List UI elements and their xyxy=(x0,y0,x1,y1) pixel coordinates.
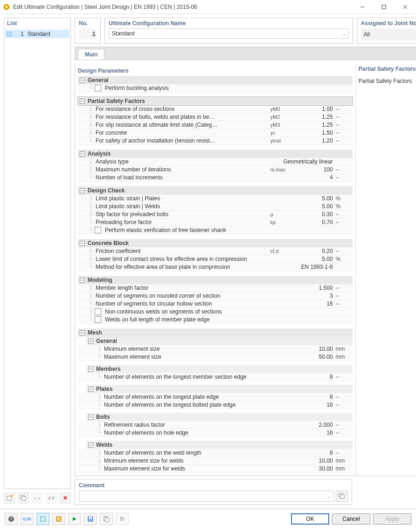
param-row[interactable]: ├Limit plastic strain | Plates5.00% xyxy=(78,195,353,203)
subgroup-welds[interactable]: −Welds xyxy=(86,441,353,449)
param-row[interactable]: └Number of elements on the longest membe… xyxy=(78,373,353,381)
subgroup-plates[interactable]: −Plates xyxy=(86,385,353,393)
group-modeling[interactable]: −Modeling xyxy=(78,276,353,284)
subgroup-bolts[interactable]: −Bolts xyxy=(86,413,353,421)
params-panel: Design Parameters −General └Perform buck… xyxy=(75,63,355,476)
no-input[interactable] xyxy=(79,28,97,39)
list-toolbar: ✚ ✓✓ ✗✗ ✕ xyxy=(4,491,71,505)
param-row[interactable]: ├For slip resistance at ultimate limit s… xyxy=(78,121,353,129)
info-panel: Partial Safety Factors Partial Safety Fa… xyxy=(355,63,416,476)
help-button[interactable]: ? xyxy=(5,513,18,525)
comment-select[interactable]: ⌵ xyxy=(79,491,334,502)
subgroup-members[interactable]: −Members xyxy=(86,365,353,373)
delete-item-button[interactable]: ✕ xyxy=(60,492,71,504)
name-label: Ultimate Configuration Name xyxy=(109,20,349,27)
param-row[interactable]: ├Minimum element size for welds10.00mm xyxy=(78,457,353,465)
new-item-button[interactable]: ✚ xyxy=(4,492,15,504)
comment-library-button[interactable] xyxy=(336,491,348,502)
tab-strip: Main xyxy=(75,47,416,60)
collapse-icon: − xyxy=(88,415,93,420)
close-button[interactable] xyxy=(395,0,416,14)
group-psf[interactable]: −Partial Safety Factors xyxy=(78,97,353,105)
param-row[interactable]: └Method for effective area of base plate… xyxy=(78,263,353,271)
collapse-icon: − xyxy=(80,78,85,83)
check-all-button[interactable]: ✓✓ xyxy=(32,492,43,504)
row-elastic-verify[interactable]: └Perform elastic verification of free fa… xyxy=(78,226,353,234)
ok-button[interactable]: OK xyxy=(291,513,329,525)
uncheck-all-button[interactable]: ✗✗ xyxy=(46,492,57,504)
titlebar: Edit Ultimate Configuration | Steel Join… xyxy=(0,0,416,14)
param-row[interactable]: ├Number of segments on rounded corner of… xyxy=(78,292,353,300)
tab-main[interactable]: Main xyxy=(78,49,104,60)
param-row[interactable]: ├Minimum element size10.00mm xyxy=(78,345,353,353)
checkbox[interactable] xyxy=(95,227,101,233)
param-row[interactable]: └Preloading force factorkp0.70-- xyxy=(78,218,353,226)
checkbox[interactable] xyxy=(95,316,101,323)
param-row[interactable]: ├Friction coefficientcf,d0.20-- xyxy=(78,247,353,255)
collapse-icon: − xyxy=(88,387,93,392)
chevron-down-icon: ⌵ xyxy=(328,494,331,499)
param-row[interactable]: └Number of segments for circular hollow … xyxy=(78,300,353,308)
checkbox[interactable] xyxy=(95,85,101,91)
row-welds-full-len[interactable]: └Welds on full length of member plate ed… xyxy=(78,316,353,324)
maximize-button[interactable] xyxy=(373,0,395,14)
svg-text:?: ? xyxy=(10,517,13,522)
param-row[interactable]: ├Limit plastic strain | Welds5.00% xyxy=(78,203,353,211)
param-row[interactable]: └Number of elements on hole edge16-- xyxy=(78,429,353,437)
copy-button[interactable] xyxy=(100,513,113,525)
row-perform-buckling[interactable]: └Perform buckling analysis xyxy=(78,84,353,92)
param-row[interactable]: ├Analysis typeGeometrically linear xyxy=(78,158,353,166)
collapse-icon: − xyxy=(80,151,85,157)
units-button[interactable]: 0,00 xyxy=(21,513,34,525)
group-concrete[interactable]: −Concrete Block xyxy=(78,239,353,247)
dialog-footer: ? 0,00 fx OK Cancel Apply xyxy=(0,509,416,528)
minimize-button[interactable] xyxy=(352,0,373,14)
svg-text:✚: ✚ xyxy=(10,495,13,498)
param-row[interactable]: └For safety of anchor installation (tens… xyxy=(78,137,353,145)
save-button[interactable] xyxy=(84,513,97,525)
list-item-marker xyxy=(7,32,12,36)
param-row[interactable]: └Maximum element size for welds30.00mm xyxy=(78,465,353,473)
param-row[interactable]: ├For resistance of bolts, welds and plat… xyxy=(78,113,353,121)
collapse-icon: − xyxy=(88,443,93,448)
apply-button[interactable]: Apply xyxy=(373,513,411,525)
subgroup-general[interactable]: −General xyxy=(86,337,353,345)
param-row[interactable]: ├Lower limit of contact stress for effec… xyxy=(78,255,353,263)
name-value: Standard xyxy=(112,30,343,37)
param-row[interactable]: ├Refinement radius factor2.000-- xyxy=(78,421,353,429)
param-row[interactable]: └Number of elements on the longest bolte… xyxy=(78,401,353,409)
row-non-cont-welds[interactable]: ├Non-continuous welds on segments of sec… xyxy=(78,308,353,316)
svg-rect-13 xyxy=(340,495,344,498)
comment-label: Comment xyxy=(79,482,348,489)
assigned-box: Assigned to Joint No. All xyxy=(357,18,416,44)
group-general[interactable]: −General xyxy=(78,76,353,84)
param-row[interactable]: ├For concreteγc1.50-- xyxy=(78,129,353,137)
name-select[interactable]: Standard ⌵ xyxy=(109,28,349,39)
collapse-icon: − xyxy=(80,99,85,104)
run-button[interactable] xyxy=(68,513,81,525)
param-row[interactable]: ├Slip factor for preloaded boltsμ0.30-- xyxy=(78,211,353,218)
collapse-icon: − xyxy=(80,278,85,283)
param-row[interactable]: ├For resistance of cross-sectionsγM01.00… xyxy=(78,105,353,113)
group-design[interactable]: −Design Check xyxy=(78,186,353,195)
group-analysis[interactable]: −Analysis xyxy=(78,150,353,158)
copy-item-button[interactable] xyxy=(18,492,29,504)
view-toggle-button[interactable] xyxy=(36,513,49,525)
param-row[interactable]: ├Maximum number of iterationsni,max100-- xyxy=(78,166,353,174)
cancel-button[interactable]: Cancel xyxy=(332,513,370,525)
param-row[interactable]: └Number of load increments4-- xyxy=(78,174,353,182)
group-mesh[interactable]: −Mesh xyxy=(78,328,353,337)
function-button[interactable]: fx xyxy=(116,513,129,525)
checkbox[interactable] xyxy=(95,308,101,315)
svg-rect-16 xyxy=(41,517,45,521)
param-row[interactable]: ├Member length factor1.500-- xyxy=(78,284,353,292)
svg-rect-17 xyxy=(56,517,61,521)
assigned-label: Assigned to Joint No. xyxy=(361,20,416,27)
collapse-icon: − xyxy=(88,339,93,344)
param-row[interactable]: ├Number of elements on the weld length8-… xyxy=(78,449,353,457)
assigned-field[interactable]: All xyxy=(361,28,416,40)
param-row[interactable]: ├Number of elements on the longest plate… xyxy=(78,393,353,401)
script-button[interactable] xyxy=(52,513,65,525)
param-row[interactable]: └Maximum element size50.00mm xyxy=(78,353,353,361)
list-item[interactable]: 1 Standard xyxy=(5,30,69,38)
